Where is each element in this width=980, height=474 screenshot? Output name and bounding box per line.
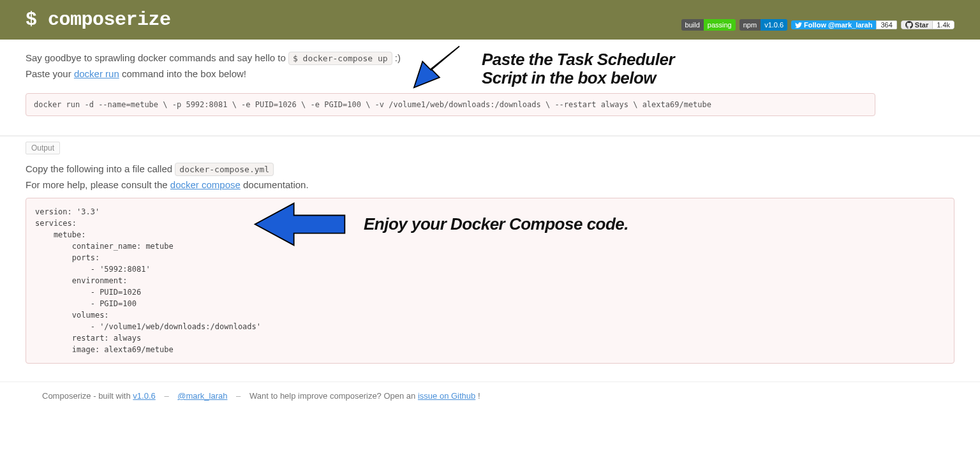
output-copy-line: Copy the following into a file called do…: [26, 163, 954, 174]
docker-run-link[interactable]: docker run: [74, 68, 119, 79]
arrow-down-left-icon: [399, 43, 469, 94]
twitter-follow-button[interactable]: Follow @mark_larah 364: [791, 20, 897, 29]
badge-npm[interactable]: npm v1.0.6: [739, 19, 787, 31]
github-icon: [905, 21, 913, 29]
docker-run-input[interactable]: [26, 93, 875, 116]
footer: Composerize - built with v1.0.6 – @mark_…: [0, 382, 980, 410]
badge-build[interactable]: build passing: [681, 19, 736, 31]
output-tab[interactable]: Output: [26, 142, 60, 154]
site-title: $ composerize: [26, 9, 171, 31]
intro-section: Say goodbye to sprawling docker commands…: [0, 40, 980, 136]
footer-version-link[interactable]: v1.0.6: [133, 391, 155, 401]
badges-row: build passing npm v1.0.6 Follow @mark_la…: [681, 19, 954, 31]
page-header: $ composerize build passing npm v1.0.6 F…: [0, 0, 980, 40]
output-help-line: For more help, please consult the docker…: [26, 179, 954, 190]
footer-issue-link[interactable]: issue on Github: [418, 391, 475, 401]
code-dc-up: $ docker-compose up: [288, 52, 392, 65]
annotation-paste: Paste the Task Scheduler Script in the b…: [399, 43, 674, 94]
output-code-block[interactable]: version: '3.3' services: metube: contain…: [26, 198, 954, 364]
code-filename: docker-compose.yml: [175, 163, 274, 176]
docker-compose-link[interactable]: docker compose: [170, 179, 241, 190]
footer-author-link[interactable]: @mark_larah: [177, 391, 227, 401]
output-section: Output Copy the following into a file ca…: [0, 136, 980, 382]
twitter-icon: [795, 22, 802, 29]
github-star-button[interactable]: Star 1.4k: [901, 20, 954, 29]
